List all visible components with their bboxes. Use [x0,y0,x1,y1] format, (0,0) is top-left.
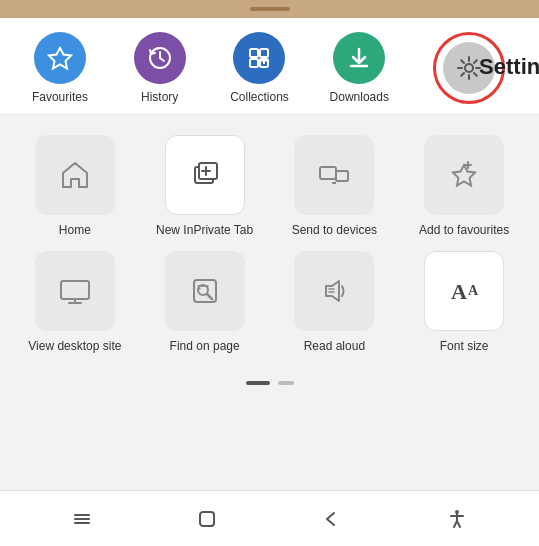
qa-item-history[interactable]: History [125,32,195,104]
action-label-add-to-favourites: Add to favourites [419,223,509,239]
drag-handle-area [0,0,539,18]
actions-grid: Home New InPrivate Tab Send to devices [0,115,539,364]
qa-item-collections[interactable]: Collections [224,32,294,104]
svg-rect-15 [336,171,348,181]
nav-multitask-button[interactable] [63,500,101,538]
action-label-read-aloud: Read aloud [304,339,365,355]
action-label-font-size: Font size [440,339,489,355]
svg-rect-14 [320,167,336,179]
action-item-read-aloud[interactable]: Read aloud [276,251,394,355]
svg-line-25 [207,294,212,299]
nav-home-button[interactable] [188,500,226,538]
action-item-view-desktop-site[interactable]: View desktop site [16,251,134,355]
page-indicators [0,365,539,395]
action-label-find-on-page: Find on page [170,339,240,355]
home-icon-box [35,135,115,215]
font-size-icon-box: A A [424,251,504,331]
svg-text:A: A [451,279,467,304]
quick-access-bar: Favourites History Collections [0,18,539,115]
qa-item-settings[interactable]: Settings [424,42,514,94]
svg-rect-20 [61,281,89,299]
qa-label-favourites: Favourites [32,90,88,104]
svg-line-40 [457,521,460,527]
action-label-home: Home [59,223,91,239]
qa-label-history: History [141,90,178,104]
view-desktop-site-icon-box [35,251,115,331]
drag-handle [250,7,290,11]
svg-rect-3 [260,49,268,57]
qa-item-favourites[interactable]: Favourites [25,32,95,104]
svg-rect-4 [250,59,258,67]
svg-marker-17 [453,165,475,186]
nav-back-button[interactable] [313,500,351,538]
qa-item-downloads[interactable]: Downloads [324,32,394,104]
svg-marker-0 [49,48,71,69]
qa-label-collections: Collections [230,90,289,104]
action-item-send-to-devices[interactable]: Send to devices [276,135,394,239]
history-icon-circle [134,32,186,84]
read-aloud-icon-box [294,251,374,331]
collections-icon-circle [233,32,285,84]
action-item-new-inprivate[interactable]: New InPrivate Tab [146,135,264,239]
favourites-icon-circle [34,32,86,84]
action-label-new-inprivate: New InPrivate Tab [156,223,253,239]
action-label-view-desktop-site: View desktop site [28,339,121,355]
settings-label-large: Settings [479,54,539,80]
page-dot-2[interactable] [278,381,294,385]
svg-rect-2 [250,49,258,57]
page-dot-1[interactable] [246,381,270,385]
bottom-nav [0,490,539,546]
add-to-favourites-icon-box [424,135,504,215]
svg-text:A: A [468,283,479,298]
action-item-find-on-page[interactable]: Find on page [146,251,264,355]
action-item-add-to-favourites[interactable]: Add to favourites [405,135,523,239]
send-to-devices-icon-box [294,135,374,215]
svg-rect-35 [200,512,214,526]
action-item-font-size[interactable]: A A Font size [405,251,523,355]
action-label-send-to-devices: Send to devices [292,223,377,239]
find-on-page-icon-box [165,251,245,331]
downloads-icon-circle [333,32,385,84]
new-inprivate-icon-box [165,135,245,215]
action-item-home[interactable]: Home [16,135,134,239]
nav-accessibility-button[interactable] [438,500,476,538]
qa-label-downloads: Downloads [330,90,389,104]
